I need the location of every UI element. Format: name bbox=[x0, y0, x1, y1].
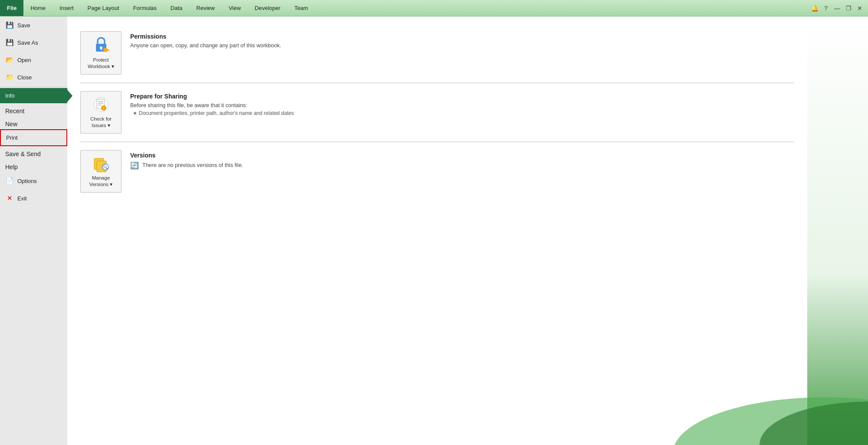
versions-text: Versions 🔄 There are no previous version… bbox=[130, 150, 794, 171]
bullet-dot bbox=[134, 112, 136, 115]
lock-icon bbox=[92, 36, 110, 54]
check-issues-icon: ⚠ ! bbox=[92, 96, 110, 113]
close-icon[interactable]: ✕ bbox=[855, 3, 865, 13]
permissions-text: Permissions Anyone can open, copy, and c… bbox=[130, 31, 794, 50]
protect-workbook-label: ProtectWorkbook ▾ bbox=[88, 57, 114, 70]
prepare-sharing-desc: Before sharing this file, be aware that … bbox=[130, 102, 794, 108]
sidebar-item-exit[interactable]: ✕ Exit bbox=[0, 190, 67, 207]
options-icon: 📄 bbox=[5, 177, 14, 185]
svg-rect-5 bbox=[108, 50, 109, 51]
protect-workbook-button[interactable]: ProtectWorkbook ▾ bbox=[80, 31, 122, 75]
tab-team[interactable]: Team bbox=[287, 0, 315, 16]
svg-text:!: ! bbox=[103, 106, 104, 111]
tab-file[interactable]: File bbox=[0, 0, 23, 16]
tab-developer[interactable]: Developer bbox=[248, 0, 287, 16]
manage-versions-label: ManageVersions ▾ bbox=[89, 175, 112, 188]
sidebar-item-save[interactable]: 💾 Save bbox=[0, 16, 67, 34]
prepare-sharing-title: Prepare for Sharing bbox=[130, 93, 794, 100]
notification-icon[interactable]: 🔔 bbox=[810, 3, 819, 13]
sidebar: 💾 Save 💾 Save As 📂 Open 📁 Close Info Rec… bbox=[0, 16, 67, 445]
main-layout: 💾 Save 💾 Save As 📂 Open 📁 Close Info Rec… bbox=[0, 16, 868, 445]
tab-data[interactable]: Data bbox=[164, 0, 189, 16]
prepare-sharing-bullet: Document properties, printer path, autho… bbox=[134, 110, 794, 116]
manage-versions-button[interactable]: 🔍 ManageVersions ▾ bbox=[80, 150, 122, 193]
save-icon: 💾 bbox=[5, 21, 14, 29]
window-controls: 🔔 ? — ❐ ✕ bbox=[810, 3, 868, 13]
help-icon[interactable]: ? bbox=[821, 3, 831, 13]
prepare-sharing-text: Prepare for Sharing Before sharing this … bbox=[130, 91, 794, 116]
prepare-sharing-section: ⚠ ! Check forIssues ▾ Prepare for Sharin… bbox=[80, 83, 794, 141]
tab-insert[interactable]: Insert bbox=[53, 0, 81, 16]
tab-review[interactable]: Review bbox=[189, 0, 222, 16]
check-issues-button[interactable]: ⚠ ! Check forIssues ▾ bbox=[80, 91, 122, 134]
open-icon: 📂 bbox=[5, 56, 14, 64]
sidebar-divider-1 bbox=[0, 87, 67, 87]
save-as-icon: 💾 bbox=[5, 38, 14, 47]
tab-page-layout[interactable]: Page Layout bbox=[81, 0, 126, 16]
exit-icon: ✕ bbox=[5, 194, 14, 203]
tab-view[interactable]: View bbox=[222, 0, 248, 16]
manage-versions-icon: 🔍 bbox=[92, 155, 110, 172]
sidebar-item-close[interactable]: 📁 Close bbox=[0, 69, 67, 86]
sidebar-item-info[interactable]: Info bbox=[0, 88, 67, 103]
ribbon: File Home Insert Page Layout Formulas Da… bbox=[0, 0, 868, 16]
sidebar-item-options[interactable]: 📄 Options bbox=[0, 172, 67, 190]
versions-desc: 🔄 There are no previous versions of this… bbox=[130, 161, 794, 170]
svg-text:🔍: 🔍 bbox=[103, 164, 108, 170]
permissions-desc: Anyone can open, copy, and change any pa… bbox=[130, 43, 794, 49]
tab-home[interactable]: Home bbox=[23, 0, 53, 16]
minimize-icon[interactable]: — bbox=[832, 3, 842, 13]
sidebar-item-open[interactable]: 📂 Open bbox=[0, 51, 67, 69]
sidebar-item-recent[interactable]: Recent bbox=[0, 103, 67, 116]
right-panel bbox=[807, 16, 868, 445]
sidebar-item-save-as[interactable]: 💾 Save As bbox=[0, 34, 67, 51]
permissions-section: ProtectWorkbook ▾ Permissions Anyone can… bbox=[80, 23, 794, 82]
restore-icon[interactable]: ❐ bbox=[844, 3, 853, 13]
sidebar-item-save-send[interactable]: Save & Send bbox=[0, 146, 67, 159]
sidebar-item-help[interactable]: Help bbox=[0, 159, 67, 172]
svg-rect-4 bbox=[107, 49, 109, 50]
versions-title: Versions bbox=[130, 152, 794, 159]
versions-section: 🔍 ManageVersions ▾ Versions 🔄 There are … bbox=[80, 142, 794, 200]
svg-rect-2 bbox=[100, 48, 102, 50]
versions-icon-inline: 🔄 bbox=[130, 161, 139, 170]
sidebar-item-new[interactable]: New bbox=[0, 116, 67, 129]
sidebar-item-print[interactable]: Print bbox=[0, 129, 67, 146]
permissions-title: Permissions bbox=[130, 33, 794, 40]
tab-formulas[interactable]: Formulas bbox=[126, 0, 164, 16]
check-issues-label: Check forIssues ▾ bbox=[90, 116, 112, 129]
content-area: ProtectWorkbook ▾ Permissions Anyone can… bbox=[67, 16, 807, 445]
close-file-icon: 📁 bbox=[5, 73, 14, 82]
